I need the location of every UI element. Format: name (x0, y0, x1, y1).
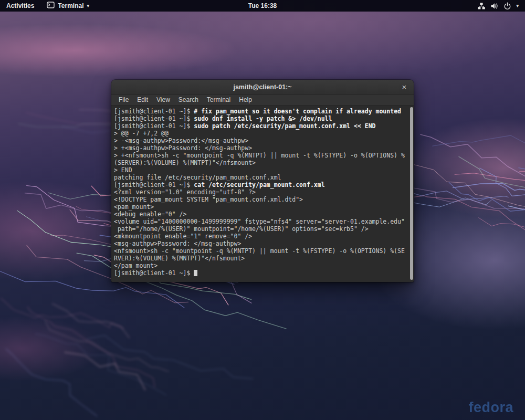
output-text: <?xml version="1.0" encoding="utf-8" ?> (114, 188, 256, 196)
gnome-top-bar: Activities Terminal ▾ Tue 16:38 (0, 0, 525, 12)
terminal-line: [jsmith@client-01 ~]$ sudo patch /etc/se… (114, 122, 407, 130)
window-titlebar[interactable]: jsmith@client-01:~ × (111, 80, 414, 94)
volume-icon (490, 2, 499, 10)
terminal-line: <volume uid="1400000000-1499999999" fsty… (114, 218, 407, 225)
command-text: sudo dnf install -y patch &> /dev/null (194, 115, 332, 122)
network-icon (477, 2, 486, 10)
output-text: (SERVER):%(VOLUME) %(MNTPT)"</nfsmount> (114, 159, 256, 166)
output-text: <nfsmount>sh -c "mountpoint -q %(MNTPT) … (114, 247, 405, 255)
command-text: sudo patch /etc/security/pam_mount.conf.… (194, 122, 375, 130)
terminal-app-icon (47, 2, 55, 10)
terminal-line: <mkmountpoint enable="1" remove="0" /> (114, 233, 407, 240)
terminal-window: jsmith@client-01:~ × FileEditViewSearchT… (111, 80, 414, 282)
terminal-menubar: FileEditViewSearchTerminalHelp (111, 94, 414, 106)
output-text: path="/home/%(USER)" mountpoint="/home/%… (114, 225, 369, 233)
window-title: jsmith@client-01:~ (233, 83, 291, 91)
shell-prompt: [jsmith@client-01 ~]$ (114, 269, 194, 277)
terminal-line: [jsmith@client-01 ~]$ # fix pam_mount so… (114, 108, 407, 115)
power-icon (503, 2, 511, 10)
command-text: cat /etc/security/pam_mount.conf.xml (194, 181, 324, 188)
output-text: <mkmountpoint enable="1" remove="0" /> (114, 233, 252, 240)
output-text: <debug enable="0" /> (114, 211, 186, 218)
terminal-line: [jsmith@client-01 ~]$ (114, 269, 407, 277)
terminal-cursor (194, 270, 197, 276)
shell-prompt: [jsmith@client-01 ~]$ (114, 122, 194, 130)
menu-item-help[interactable]: Help (235, 96, 256, 103)
output-text: <pam_mount> (114, 203, 154, 211)
terminal-line: <!DOCTYPE pam_mount SYSTEM "pam_mount.co… (114, 196, 407, 203)
terminal-line: > -<msg-authpw>Password:</msg-authpw> (114, 137, 407, 144)
terminal-screen[interactable]: [jsmith@client-01 ~]$ # fix pam_mount so… (111, 106, 414, 281)
menu-item-view[interactable]: View (152, 96, 174, 103)
app-menu-terminal[interactable]: Terminal ▾ (40, 0, 96, 12)
output-text: RVER):%(VOLUME) %(MNTPT)"</nfsmount> (114, 255, 245, 262)
terminal-line: patching file /etc/security/pam_mount.co… (114, 174, 407, 181)
shell-prompt: [jsmith@client-01 ~]$ (114, 115, 194, 122)
menu-item-edit[interactable]: Edit (133, 96, 152, 103)
command-text: # fix pam_mount so it doesn't complain i… (194, 108, 401, 115)
chevron-down-icon: ▾ (87, 4, 89, 8)
terminal-line: <msg-authpw>Password: </msg-authpw> (114, 240, 407, 247)
output-text: > +<nfsmount>sh -c "mountpoint -q %(MNTP… (114, 152, 405, 159)
terminal-line: <pam_mount> (114, 203, 407, 211)
system-status-area[interactable]: ▾ (474, 0, 522, 12)
shell-prompt: [jsmith@client-01 ~]$ (114, 108, 194, 115)
activities-button[interactable]: Activities (0, 0, 40, 12)
terminal-line: <nfsmount>sh -c "mountpoint -q %(MNTPT) … (114, 247, 407, 255)
terminal-line: > @@ -7 +7,2 @@ (114, 130, 407, 137)
output-text: > END (114, 166, 132, 174)
terminal-line: [jsmith@client-01 ~]$ sudo dnf install -… (114, 115, 407, 122)
menu-item-search[interactable]: Search (174, 96, 203, 103)
terminal-line: RVER):%(VOLUME) %(MNTPT)"</nfsmount> (114, 255, 407, 262)
output-text: > +<msg-authpw>Password: </msg-authpw> (114, 144, 252, 152)
terminal-line: > +<msg-authpw>Password: </msg-authpw> (114, 144, 407, 152)
terminal-scrollbar[interactable] (410, 107, 413, 280)
fedora-logo: fedora (468, 400, 513, 416)
activities-label: Activities (6, 2, 34, 9)
terminal-line: </pam_mount> (114, 262, 407, 269)
close-button[interactable]: × (398, 81, 410, 93)
terminal-line: [jsmith@client-01 ~]$ cat /etc/security/… (114, 181, 407, 188)
terminal-line: > +<nfsmount>sh -c "mountpoint -q %(MNTP… (114, 152, 407, 159)
terminal-line: > END (114, 166, 407, 174)
output-text: patching file /etc/security/pam_mount.co… (114, 174, 281, 181)
output-text: > @@ -7 +7,2 @@ (114, 130, 169, 137)
output-text: > -<msg-authpw>Password:</msg-authpw> (114, 137, 248, 144)
chevron-down-icon: ▾ (516, 4, 519, 8)
menu-item-terminal[interactable]: Terminal (203, 96, 235, 103)
menu-item-file[interactable]: File (114, 96, 133, 103)
output-text: <!DOCTYPE pam_mount SYSTEM "pam_mount.co… (114, 196, 303, 203)
output-text: </pam_mount> (114, 262, 158, 269)
output-text: <msg-authpw>Password: </msg-authpw> (114, 240, 241, 247)
app-menu-label: Terminal (58, 2, 83, 9)
terminal-line: <debug enable="0" /> (114, 211, 407, 218)
terminal-line: (SERVER):%(VOLUME) %(MNTPT)"</nfsmount> (114, 159, 407, 166)
terminal-line: path="/home/%(USER)" mountpoint="/home/%… (114, 225, 407, 233)
terminal-line: <?xml version="1.0" encoding="utf-8" ?> (114, 188, 407, 196)
shell-prompt: [jsmith@client-01 ~]$ (114, 181, 194, 188)
output-text: <volume uid="1400000000-1499999999" fsty… (114, 218, 405, 225)
